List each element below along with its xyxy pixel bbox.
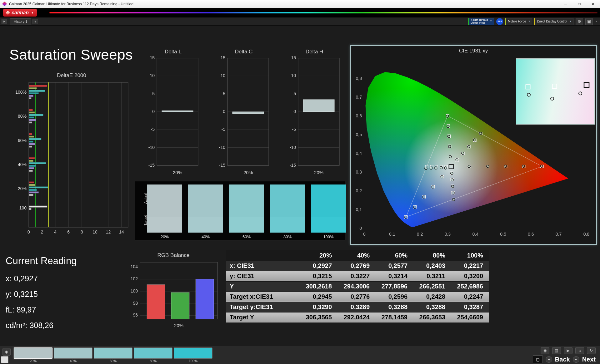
chevron-down-icon: ▼ — [490, 20, 492, 22]
bar — [162, 111, 193, 112]
read-eye-icon[interactable]: ◉ — [541, 347, 549, 354]
tick-label: 0,8 — [583, 232, 590, 237]
table-col-header: 80% — [413, 250, 451, 261]
grid-icon[interactable]: ▤ — [552, 347, 561, 354]
delta-l-plot: -15-10-505101520% — [144, 56, 202, 180]
bar — [303, 100, 334, 112]
collapse-up-icon[interactable]: ▲ — [595, 20, 598, 23]
saturation-swatch-panel[interactable]: Actual Target 20%40%60%80%100% — [135, 181, 345, 240]
close-button[interactable]: ✕ — [586, 0, 600, 8]
actual-swatch — [229, 184, 264, 217]
tick-label: 100 — [131, 288, 138, 293]
swatch-column: 100% — [311, 184, 346, 239]
tick-label: 0,4 — [472, 232, 478, 237]
play-icon[interactable]: ▶ — [564, 347, 572, 354]
table-cell: 0,3211 — [413, 271, 451, 281]
bar — [29, 160, 33, 162]
table-row: x: CIE310,29270,27690,25770,24030,2217 — [226, 261, 489, 271]
meter-dropdown[interactable]: X-Rite i1Pro 3 Direct View ▼ — [468, 18, 494, 25]
tick-label: 20% — [174, 323, 183, 328]
bar — [29, 116, 34, 118]
sweep-thumbnail-20%[interactable]: 20% — [14, 347, 52, 363]
back-button[interactable]: Back — [555, 356, 570, 363]
next-circle-icon[interactable]: ► — [573, 356, 579, 363]
sweep-thumbnail-80%[interactable]: 80% — [134, 347, 172, 363]
refresh-icon[interactable]: ↻ — [587, 347, 596, 354]
history-collapse-button[interactable]: ▶ — [2, 19, 7, 24]
current-target-point — [584, 82, 589, 87]
thumbnail-label: 100% — [174, 359, 212, 363]
table-cell: 0,3287 — [451, 302, 489, 312]
page-title: Saturation Sweeps — [9, 46, 133, 63]
gear-icon[interactable]: ⚙ — [576, 18, 583, 25]
maximize-button[interactable]: □ — [572, 0, 586, 8]
table-cell: 0,3290 — [300, 302, 338, 312]
deltae2000-chart[interactable]: DeltaE 2000 024681012140100%80%60%40%20%… — [12, 72, 131, 243]
measured-point — [447, 125, 449, 128]
tick-label: 12 — [106, 229, 111, 234]
tick-label: 0,2 — [356, 188, 362, 193]
eye-icon[interactable]: ◉ — [2, 348, 11, 356]
swatch-column: 20% — [147, 184, 182, 239]
delta-h-chart[interactable]: Delta H -15-10-505101520% — [286, 49, 343, 181]
table-col-header: 100% — [451, 250, 489, 261]
source-dropdown[interactable]: Mobile Forge ▼ — [505, 18, 532, 25]
home-icon[interactable]: ⌂ — [575, 347, 584, 354]
bar — [29, 191, 39, 193]
history-tab[interactable]: History 1 — [10, 18, 31, 25]
calman-logo[interactable]: calman ▼ — [3, 9, 37, 17]
cie1931-title: CIE 1931 xy — [351, 48, 596, 54]
measured-point — [452, 198, 455, 201]
bar-blue — [196, 279, 214, 319]
tick-label: -5 — [151, 127, 155, 132]
bar — [29, 194, 33, 196]
minimize-button[interactable]: ─ — [559, 0, 572, 8]
thumbnail-swatch — [54, 347, 92, 359]
add-tab-button[interactable]: + — [32, 19, 38, 24]
table-row: Target Y306,3565292,0424278,1459266,3653… — [226, 312, 489, 322]
bar — [29, 138, 41, 140]
table-cell: 0,2577 — [375, 261, 413, 271]
display-control-dropdown[interactable]: Direct Display Control ▼ — [534, 18, 573, 25]
target-point — [526, 85, 530, 89]
tick-label: 0,5 — [356, 132, 362, 137]
tick-label: 98 — [133, 301, 138, 306]
measured-point — [479, 132, 482, 135]
tick-label: 102 — [131, 276, 138, 281]
rgb-balance-plot: 969810010210420% — [126, 259, 221, 333]
measured-point — [522, 165, 525, 167]
thumbnail-label: 60% — [94, 359, 132, 363]
tick-label: 60% — [18, 138, 27, 143]
sweep-thumbnail-60%[interactable]: 60% — [94, 347, 132, 363]
window-titlebar: Calman 2025 Calman Ultimate for Business… — [0, 0, 600, 8]
rgb-balance-chart[interactable]: RGB Balance 969810010210420% — [126, 252, 221, 333]
tick-label: 20% — [243, 170, 253, 175]
tick-label: -10 — [148, 145, 155, 150]
tick-label: 104 — [131, 264, 138, 269]
layout-panel-icon[interactable]: ▣ — [585, 18, 593, 25]
meter-dropdown-label: X-Rite i1Pro 3 Direct View — [471, 19, 488, 24]
table-corner-cell — [226, 250, 300, 261]
corner-button[interactable] — [1, 356, 8, 363]
tick-label: -5 — [222, 127, 226, 132]
table-cell: 0,2596 — [375, 292, 413, 302]
bar — [29, 111, 35, 113]
cie1931-chart[interactable]: CIE 1931 xy 00,10,20,30,40,50,60,70,800,… — [350, 45, 597, 245]
table-cell: 0,2247 — [451, 292, 489, 302]
tick-label: 40% — [18, 162, 27, 167]
current-reading-panel: Current Reading x: 0,2927 y: 0,3215 fL: … — [6, 255, 124, 337]
sweep-thumbnail-40%[interactable]: 40% — [54, 347, 92, 363]
back-circle-icon[interactable]: ◄ — [546, 356, 552, 363]
tick-label: 20% — [173, 170, 182, 175]
table-cell: 0,3200 — [451, 271, 489, 281]
bar — [29, 146, 32, 148]
screen-icon[interactable]: ▢ — [533, 355, 543, 363]
table-row-label: x: CIE31 — [226, 261, 300, 271]
sweep-thumbnail-100%[interactable]: 100% — [174, 347, 212, 363]
swatch-label: 20% — [147, 234, 182, 239]
tick-label: 0,3 — [356, 170, 362, 175]
delta-l-chart[interactable]: Delta L -15-10-505101520% — [144, 49, 202, 181]
delta-h-plot: -15-10-505101520% — [286, 56, 343, 180]
delta-c-chart[interactable]: Delta C -15-10-505101520% — [215, 49, 272, 181]
next-button[interactable]: Next — [582, 356, 596, 363]
